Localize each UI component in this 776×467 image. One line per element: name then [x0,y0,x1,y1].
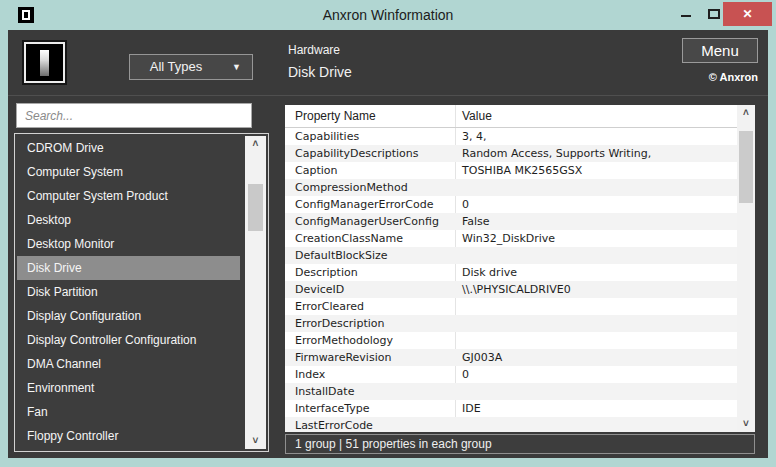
column-header-value[interactable]: Value [462,105,492,127]
table-row[interactable]: Capabilities 3, 4, [285,128,737,145]
table-row[interactable]: InterfaceType IDE [285,400,737,417]
property-name-cell: ErrorCleared [295,298,364,315]
list-scroll-down-button[interactable]: ˅ [245,433,266,449]
sidebar-item-desktop-monitor[interactable]: Desktop Monitor [17,232,240,256]
list-scroll-up-button[interactable]: ˄ [245,136,266,152]
main-content: All Types ▼ Hardware Disk Drive Menu © A… [8,30,768,458]
sidebar-item-floppy-controller[interactable]: Floppy Controller [17,424,240,448]
close-button[interactable]: ✕ [723,2,772,26]
sidebar-item-label: Environment [27,381,94,395]
sidebar-item-computer-system[interactable]: Computer System [17,160,240,184]
property-value-cell: Random Access, Supports Writing, [462,145,651,162]
table-row[interactable]: ConfigManagerErrorCode 0 [285,196,737,213]
page-title: Disk Drive [288,64,352,80]
property-name-cell: CapabilityDescriptions [295,145,419,162]
sidebar-item-desktop[interactable]: Desktop [17,208,240,232]
search-input[interactable] [16,103,252,128]
property-name-cell: Index [295,366,325,383]
table-scrollbar[interactable]: ˄ ˅ [737,105,755,432]
minimize-button[interactable] [676,0,696,30]
table-row[interactable]: CapabilityDescriptions Random Access, Su… [285,145,737,162]
property-name-cell: Caption [295,162,337,179]
sidebar-item-label: Disk Partition [27,285,98,299]
property-name-cell: CompressionMethod [295,179,408,196]
minimize-icon [681,15,691,17]
table-scrollbar-thumb[interactable] [739,131,753,203]
sidebar-item-dma-channel[interactable]: DMA Channel [17,352,240,376]
table-row[interactable]: ConfigManagerUserConfig False [285,213,737,230]
property-name-cell: ConfigManagerUserConfig [295,213,439,230]
sidebar-item-disk-partition[interactable]: Disk Partition [17,280,240,304]
table-row[interactable]: Description Disk drive [285,264,737,281]
sidebar-item-label: Floppy Controller [27,429,118,443]
type-filter-value: All Types [130,55,222,79]
property-name-cell: ErrorDescription [295,315,384,332]
sidebar-item-display-controller-configuration[interactable]: Display Controller Configuration [17,328,240,352]
list-scrollbar-thumb[interactable] [248,184,263,231]
sidebar-item-label: Computer System Product [27,189,168,203]
sidebar-item-disk-drive[interactable]: Disk Drive [17,256,240,280]
property-value-cell: 0 [462,196,469,213]
chevron-down-icon: ˅ [743,418,749,429]
table-row[interactable]: ErrorDescription [285,315,737,332]
table-scroll-down-button[interactable]: ˅ [737,416,755,432]
table-row[interactable]: CreationClassName Win32_DiskDrive [285,230,737,247]
category-listbox: CDROM DriveComputer SystemComputer Syste… [14,133,269,452]
table-row[interactable]: Index 0 [285,366,737,383]
sidebar-item-label: Display Controller Configuration [27,333,196,347]
category-label: Hardware [288,43,352,57]
sidebar-item-label: Disk Drive [27,261,82,275]
list-scrollbar[interactable]: ˄ ˅ [245,136,266,449]
sidebar-item-environment[interactable]: Environment [17,376,240,400]
property-name-cell: ConfigManagerErrorCode [295,196,433,213]
table-row[interactable]: Caption TOSHIBA MK2565GSX [285,162,737,179]
titlebar[interactable]: Anxron Winformation ✕ [0,0,776,30]
property-value-cell: Win32_DiskDrive [462,230,555,247]
window-title: Anxron Winformation [0,0,776,30]
property-name-cell: LastErrorCode [295,417,373,432]
sidebar-item-label: Computer System [27,165,123,179]
copyright-label: © Anxron [709,71,758,83]
chevron-up-icon: ˄ [743,107,749,118]
property-value-cell: 3, 4, [462,128,487,145]
table-scroll-up-button[interactable]: ˄ [737,105,755,121]
sidebar-item-display-configuration[interactable]: Display Configuration [17,304,240,328]
breadcrumb: Hardware Disk Drive [288,43,352,80]
type-filter-dropdown[interactable]: All Types ▼ [129,54,253,80]
properties-table: Property Name Value Capabilities 3, 4, C… [285,105,755,432]
table-row[interactable]: FirmwareRevision GJ003A [285,349,737,366]
chevron-down-icon: ˅ [253,435,259,446]
property-value-cell: GJ003A [462,349,502,366]
sidebar-item-label: Desktop [27,213,71,227]
sidebar-item-fan[interactable]: Fan [17,400,240,424]
property-value-cell: TOSHIBA MK2565GSX [462,162,582,179]
property-name-cell: FirmwareRevision [295,349,391,366]
property-value-cell: \\.\PHYSICALDRIVE0 [462,281,571,298]
category-list: CDROM DriveComputer SystemComputer Syste… [17,136,240,448]
table-row[interactable]: LastErrorCode [285,417,737,432]
app-window: Anxron Winformation ✕ All Types ▼ Hardwa… [0,0,776,467]
menu-button[interactable]: Menu [682,38,758,63]
table-row[interactable]: ErrorMethodology [285,332,737,349]
app-logo [24,42,65,83]
table-row[interactable]: DeviceID \\.\PHYSICALDRIVE0 [285,281,737,298]
table-row[interactable]: InstallDate [285,383,737,400]
sidebar-item-cdrom-drive[interactable]: CDROM Drive [17,136,240,160]
table-row[interactable]: DefaultBlockSize [285,247,737,264]
property-name-cell: DefaultBlockSize [295,247,388,264]
property-name-cell: Capabilities [295,128,359,145]
sidebar-item-label: Fan [27,405,48,419]
column-header-property[interactable]: Property Name [295,105,376,127]
sidebar-item-computer-system-product[interactable]: Computer System Product [17,184,240,208]
maximize-icon [708,9,720,19]
table-row[interactable]: CompressionMethod [285,179,737,196]
header: All Types ▼ Hardware Disk Drive Menu © A… [8,30,768,96]
chevron-up-icon: ˄ [253,138,259,149]
sidebar-item-label: Display Configuration [27,309,141,323]
property-name-cell: InstallDate [295,383,354,400]
property-name-cell: InterfaceType [295,400,370,417]
table-row[interactable]: ErrorCleared [285,298,737,315]
table-header: Property Name Value [285,105,737,128]
property-value-cell: False [462,213,490,230]
property-name-cell: CreationClassName [295,230,403,247]
